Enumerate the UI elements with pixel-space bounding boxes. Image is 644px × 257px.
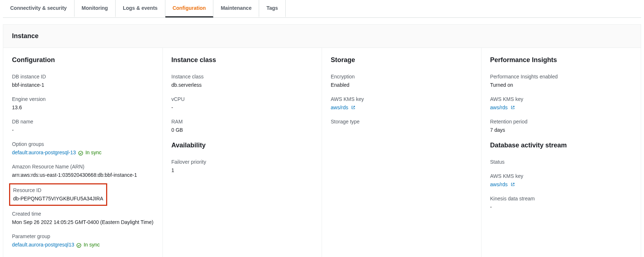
section-title-activity-stream: Database activity stream [490,140,632,150]
value-kinesis: - [490,203,632,211]
label-retention: Retention period [490,118,632,126]
status-parameter-group: In sync [84,241,100,249]
col-performance-insights: Performance Insights Performance Insight… [482,48,641,257]
link-das-kms-key[interactable]: aws/rds [490,181,515,187]
resource-id-highlight: Resource ID db-PEPQNGT75VIYGKBUFU5A34JIR… [9,183,107,206]
panel-title: Instance [3,25,641,48]
link-pi-kms-key-text: aws/rds [490,105,508,110]
label-encryption: Encryption [331,73,472,81]
panel-body: Configuration DB instance ID bbf-instanc… [3,48,641,257]
check-circle-icon [78,150,83,155]
tab-logs-events[interactable]: Logs & events [116,0,165,17]
section-title-configuration: Configuration [12,55,154,65]
label-das-status: Status [490,158,632,166]
section-title-instance-class: Instance class [172,55,313,65]
status-option-group: In sync [85,149,101,156]
tab-tags[interactable]: Tags [259,0,286,17]
label-db-instance-id: DB instance ID [12,73,154,81]
label-option-groups: Option groups [12,140,154,148]
external-link-icon [511,104,515,109]
tabs-bar: Connectivity & security Monitoring Logs … [3,0,641,18]
label-storage-kms-key: AWS KMS key [331,95,472,103]
value-pi-enabled: Turned on [490,81,632,89]
label-vcpu: vCPU [172,95,313,103]
link-storage-kms-key-text: aws/rds [331,105,348,110]
tab-maintenance[interactable]: Maintenance [213,0,259,17]
tab-connectivity-security[interactable]: Connectivity & security [3,0,75,17]
label-ram: RAM [172,118,313,126]
label-kinesis: Kinesis data stream [490,195,632,203]
label-storage-type: Storage type [331,118,472,126]
link-option-group[interactable]: default:aurora-postgresql-13 [12,149,76,156]
check-circle-icon [76,242,81,248]
tab-monitoring[interactable]: Monitoring [75,0,116,17]
link-parameter-group[interactable]: default.aurora-postgresql13 [12,241,74,249]
label-failover-priority: Failover priority [172,158,313,166]
value-ram: 0 GB [172,126,313,134]
label-arn: Amazon Resource Name (ARN) [12,163,154,171]
label-engine-version: Engine version [12,95,154,103]
value-arn: arn:aws:rds:us-east-1:035920430668:db:bb… [12,171,154,179]
value-resource-id: db-PEPQNGT75VIYGKBUFU5A34JIRA [13,195,103,203]
col-storage: Storage Encryption Enabled AWS KMS key a… [322,48,482,257]
label-created-time: Created time [12,210,154,218]
label-parameter-group: Parameter group [12,233,154,240]
section-title-availability: Availability [172,140,313,150]
label-resource-id: Resource ID [13,187,103,194]
tab-configuration[interactable]: Configuration [165,0,214,17]
label-instance-class: Instance class [172,73,313,81]
value-failover-priority: 1 [172,167,313,174]
col-configuration: Configuration DB instance ID bbf-instanc… [3,48,163,257]
external-link-icon [351,104,355,109]
value-vcpu: - [172,104,313,111]
label-pi-enabled: Performance Insights enabled [490,73,632,81]
col-instance-class: Instance class Instance class db.serverl… [163,48,322,257]
value-engine-version: 13.6 [12,104,154,111]
external-link-icon [511,181,515,185]
link-pi-kms-key[interactable]: aws/rds [490,105,515,110]
link-das-kms-key-text: aws/rds [490,181,508,187]
instance-panel: Instance Configuration DB instance ID bb… [3,24,641,257]
label-pi-kms-key: AWS KMS key [490,95,632,103]
value-db-instance-id: bbf-instance-1 [12,81,154,89]
value-instance-class: db.serverless [172,81,313,89]
label-das-kms-key: AWS KMS key [490,172,632,180]
value-created-time: Mon Sep 26 2022 14:05:25 GMT-0400 (Easte… [12,219,154,226]
value-encryption: Enabled [331,81,472,89]
value-db-name: - [12,126,154,134]
label-db-name: DB name [12,118,154,126]
link-storage-kms-key[interactable]: aws/rds [331,105,355,110]
section-title-performance-insights: Performance Insights [490,55,632,65]
section-title-storage: Storage [331,55,472,65]
value-retention: 7 days [490,126,632,134]
